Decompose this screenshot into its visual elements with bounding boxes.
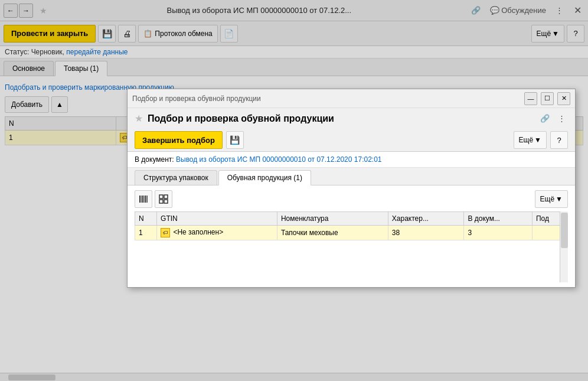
modal-content: Ещё ▼ N GTIN Номенклатура Характер... В … [128,185,575,287]
modal-minimize-button[interactable]: — [524,92,537,105]
modal-tab-shoe[interactable]: Обувная продукция (1) [218,170,311,185]
modal-content-toolbar: Ещё ▼ [135,190,568,208]
modal-doc-link[interactable]: Вывод из оборота ИС МП 00000000010 от 07… [176,155,382,164]
grid-icon [159,194,168,204]
modal-title-small: Подбор и проверка обувной продукции [132,95,521,103]
complete-pick-button[interactable]: Завершить подбор [135,131,223,149]
modal-col-nomenclature: Номенклатура [277,212,388,226]
modal-toolbar: Завершить подбор 💾 Ещё ▼ ? [128,129,575,152]
svg-rect-6 [159,195,163,198]
modal-save-button[interactable]: 💾 [226,131,244,149]
modal-vertical-scrollbar[interactable] [560,211,568,282]
modal-header-icons: 🔗 ⋮ [538,113,568,124]
modal-doc-line: В документ: Вывод из оборота ИС МП 00000… [128,152,575,168]
svg-rect-7 [164,195,168,198]
modal-table-wrap: N GTIN Номенклатура Характер... В докум.… [135,211,568,282]
svg-rect-4 [145,196,146,203]
modal-col-gtin: GTIN [157,212,277,226]
modal-table-header: N GTIN Номенклатура Характер... В докум.… [135,212,568,226]
modal-col-characteristic: Характер... [388,212,464,226]
modal-cell-characteristic: 38 [388,226,464,240]
main-window: ← → ★ Вывод из оборота ИС МП 00000000010… [0,0,588,381]
modal-close-button[interactable]: ✕ [557,92,570,105]
svg-rect-3 [144,196,145,203]
modal-title-bar: Подбор и проверка обувной продукции — ☐ … [128,89,575,108]
barcode-icon [139,194,148,204]
modal-title-big: Подбор и проверка обувной продукции [148,113,533,124]
modal-barcode-button[interactable] [135,190,152,208]
modal-star-icon[interactable]: ★ [135,113,143,124]
modal-doc-label: В документ: [135,155,174,164]
svg-rect-0 [139,196,141,203]
modal-link-icon[interactable]: 🔗 [538,113,552,124]
modal-grid-button[interactable] [155,190,172,208]
modal-cell-gtin: 🏷 <Не заполнен> [157,226,277,240]
modal-col-n: N [135,212,157,226]
modal-table-dropdown-icon: ▼ [556,195,563,203]
modal-maximize-button[interactable]: ☐ [541,92,554,105]
modal-header: ★ Подбор и проверка обувной продукции 🔗 … [128,108,575,129]
modal-v-scrollbar-thumb[interactable] [561,213,568,248]
modal-cell-n: 1 [135,226,157,240]
modal-help-button[interactable]: ? [550,131,568,149]
modal-more-button[interactable]: Ещё ▼ [514,131,547,149]
modal-tabs: Структура упаковок Обувная продукция (1) [128,168,575,185]
modal-col-indoc: В докум... [464,212,533,226]
svg-rect-2 [142,196,143,203]
modal-goods-table: N GTIN Номенклатура Характер... В докум.… [135,211,568,240]
modal-table-row[interactable]: 1 🏷 <Не заполнен> Тапочки меховые 38 3 [135,226,568,240]
modal-row-icon: 🏷 [161,228,170,237]
modal-cell-nomenclature: Тапочки меховые [277,226,388,240]
pick-modal: Подбор и проверка обувной продукции — ☐ … [127,89,576,288]
svg-rect-9 [164,200,168,203]
svg-rect-1 [141,196,142,203]
modal-tab-structure[interactable]: Структура упаковок [135,170,217,185]
svg-rect-5 [147,196,148,203]
svg-rect-8 [159,200,163,203]
modal-table-more-button[interactable]: Ещё ▼ [535,190,568,208]
modal-cell-indoc: 3 [464,226,533,240]
modal-more-icon[interactable]: ⋮ [556,113,568,124]
modal-dropdown-icon: ▼ [534,136,541,144]
modal-table-body: 1 🏷 <Не заполнен> Тапочки меховые 38 3 [135,226,568,240]
